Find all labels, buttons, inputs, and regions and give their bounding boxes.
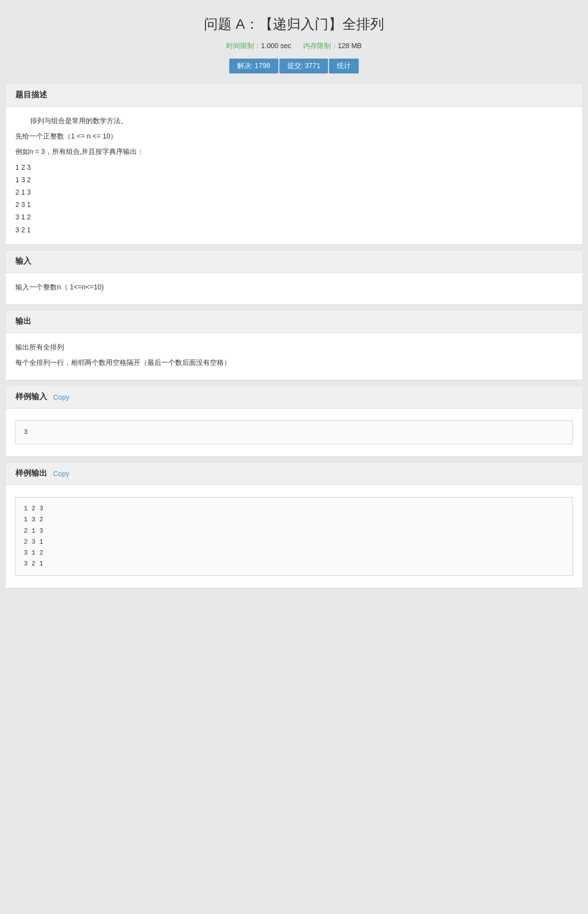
submit-button[interactable]: 提交: 3771	[279, 59, 328, 73]
output-section: 输出 输出所有全排列 每个全排列一行，相邻两个数用空格隔开（最后一个数后面没有空…	[5, 310, 583, 380]
description-section: 题目描述 排列与组合是常用的数学方法。 先给一个正整数（1 <= n <= 10…	[5, 83, 583, 245]
list-item: 3 1 2	[15, 211, 573, 223]
header-meta: 时间限制：1.000 sec 内存限制：128 MB	[10, 42, 578, 51]
sample-input-section: 样例输入 Copy 3	[5, 385, 583, 457]
header-buttons: 解决: 1798 提交: 3771 统计	[229, 59, 359, 73]
stats-button[interactable]: 统计	[329, 59, 359, 73]
list-item: 1 2 3	[15, 161, 573, 174]
input-body: 输入一个整数n（ 1<=n<=10)	[5, 273, 583, 304]
sample-output-title: 样例输出	[15, 468, 47, 479]
input-section: 输入 输入一个整数n（ 1<=n<=10)	[5, 250, 583, 305]
page-title: 问题 A：【递归入门】全排列	[10, 15, 578, 34]
list-item: 1 3 2	[15, 174, 573, 186]
output-line1: 输出所有全排列	[15, 341, 573, 353]
sample-input-copy[interactable]: Copy	[53, 393, 69, 401]
sample-output-copy[interactable]: Copy	[53, 470, 69, 478]
input-header: 输入	[5, 250, 583, 273]
output-header: 输出	[5, 310, 583, 333]
description-body: 排列与组合是常用的数学方法。 先给一个正整数（1 <= n <= 10） 例如n…	[5, 107, 583, 244]
desc-lines: 1 2 3 1 3 2 2 1 3 2 3 1 3 1 2 3 2 1	[15, 161, 573, 236]
sample-input-body: 3	[5, 409, 583, 456]
desc-para1: 排列与组合是常用的数学方法。	[15, 115, 573, 127]
description-header: 题目描述	[5, 84, 583, 107]
mem-value: 128 MB	[338, 42, 362, 50]
output-title: 输出	[15, 316, 31, 327]
sample-input-title: 样例输入	[15, 392, 47, 402]
desc-para2: 先给一个正整数（1 <= n <= 10）	[15, 130, 573, 142]
solve-button[interactable]: 解决: 1798	[229, 59, 278, 73]
output-line2: 每个全排列一行，相邻两个数用空格隔开（最后一个数后面没有空格）	[15, 356, 573, 369]
output-body: 输出所有全排列 每个全排列一行，相邻两个数用空格隔开（最后一个数后面没有空格）	[5, 333, 583, 380]
sample-output-section: 样例输出 Copy 1 2 3 1 3 2 2 1 3 2 3 1 3 1 2 …	[5, 462, 583, 588]
input-title: 输入	[15, 256, 31, 267]
sample-input-header: 样例输入 Copy	[5, 386, 583, 409]
header: 问题 A：【递归入门】全排列 时间限制：1.000 sec 内存限制：128 M…	[0, 0, 588, 83]
desc-para3: 例如n = 3，所有组合,并且按字典序输出：	[15, 145, 573, 158]
sample-output-body: 1 2 3 1 3 2 2 1 3 2 3 1 3 1 2 3 2 1	[5, 485, 583, 588]
description-title: 题目描述	[15, 90, 47, 100]
list-item: 2 1 3	[15, 186, 573, 199]
page-wrapper: 问题 A：【递归入门】全排列 时间限制：1.000 sec 内存限制：128 M…	[0, 0, 588, 914]
list-item: 2 3 1	[15, 199, 573, 211]
time-value: 1.000 sec	[261, 42, 291, 50]
list-item: 3 2 1	[15, 224, 573, 236]
time-label: 时间限制：	[226, 42, 261, 50]
sample-output-value: 1 2 3 1 3 2 2 1 3 2 3 1 3 1 2 3 2 1	[15, 497, 573, 576]
input-desc: 输入一个整数n（ 1<=n<=10)	[15, 281, 573, 293]
sample-output-header: 样例输出 Copy	[5, 462, 583, 485]
sample-input-value: 3	[15, 421, 573, 444]
mem-label: 内存限制：	[303, 42, 338, 50]
